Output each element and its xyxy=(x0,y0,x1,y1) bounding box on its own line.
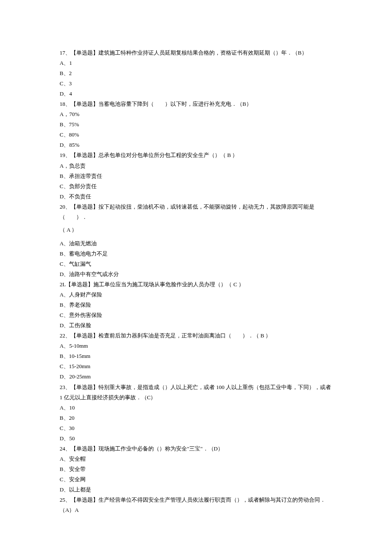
text-line: （ A ） xyxy=(60,225,332,235)
text-line: D、85% xyxy=(60,140,332,150)
text-line: C、安全网 xyxy=(60,474,332,485)
text-line: D、工伤保脸 xyxy=(60,320,332,331)
text-line: C、意外伤害保险 xyxy=(60,310,332,320)
text-line: D、不负责任 xyxy=(60,192,332,202)
text-line: D、4 xyxy=(60,89,332,99)
text-line: C、15-20mm xyxy=(60,361,332,372)
text-line: 25、【单选题】生产经营单位不得因安全生产管理人员依法履行职责而（），或者解除与… xyxy=(60,495,332,515)
text-line: 20、【单选题】按下起动按扭，柴油机不动，或转速甚低，不能驱动旋转，起动无力，其… xyxy=(60,202,332,222)
text-line: C、负部分责任 xyxy=(60,181,332,192)
text-line: D、油路中有空气或水分 xyxy=(60,269,332,279)
text-line: 18、【单选题】当蓄电池容量下降到（ ）以下时，应进行补充充电．（B） xyxy=(60,99,332,109)
text-line: D、50 xyxy=(60,433,332,444)
text-line: A、安全帽 xyxy=(60,454,332,464)
text-line: B、2 xyxy=(60,68,332,78)
text-line: B、75% xyxy=(60,119,332,130)
text-line: B、安全带 xyxy=(60,464,332,474)
text-line: C、气缸漏气 xyxy=(60,259,332,269)
text-line: B、养老保险 xyxy=(60,300,332,310)
text-line: A、油箱无燃油 xyxy=(60,238,332,249)
text-line: B、10-15mm xyxy=(60,351,332,361)
text-line: 23、【单选题】特别重大事故，是指造成（）人以上死亡，或者 100 人以上重伤（… xyxy=(60,382,332,403)
text-line: A，70% xyxy=(60,109,332,119)
text-line: A、1 xyxy=(60,58,332,68)
text-line: C、30 xyxy=(60,423,332,433)
text-line: B、20 xyxy=(60,413,332,423)
text-line: 2L【单选题】施工单位应当为施工现场从事危脸作业的人员办理（）（ C ） xyxy=(60,279,332,290)
text-line: D、20-25mm xyxy=(60,372,332,382)
text-line: A、10 xyxy=(60,403,332,413)
text-line: 22、【单选题】检查前后加力器刹车油是否充足，正常时油面离油口（ ）．（ B ） xyxy=(60,331,332,341)
text-line: B、承担连带责任 xyxy=(60,171,332,181)
text-line: D、以上都是 xyxy=(60,485,332,495)
text-line: A，负总责 xyxy=(60,161,332,171)
text-line: 24、【单选题】现场施工作业中必备的（）称为安全"三宝"．（D） xyxy=(60,444,332,454)
text-line: B、蓄电池电力不足 xyxy=(60,249,332,259)
text-line: 19、【单选题】总承包单位对分包单位所分包工程的安全生产（）（ B ） xyxy=(60,150,332,160)
document-page: 17、【单选题】建筑施工特种作业持证人员延期复核结果合格的，资格证书有效期延期（… xyxy=(0,0,392,555)
text-line: 17、【单选题】建筑施工特种作业持证人员延期复核结果合格的，资格证书有效期延期（… xyxy=(60,48,332,58)
text-line: C、80% xyxy=(60,130,332,140)
text-line: C、3 xyxy=(60,78,332,89)
text-line: A、5-10mm xyxy=(60,341,332,351)
text-line: A、人身财产保险 xyxy=(60,290,332,300)
